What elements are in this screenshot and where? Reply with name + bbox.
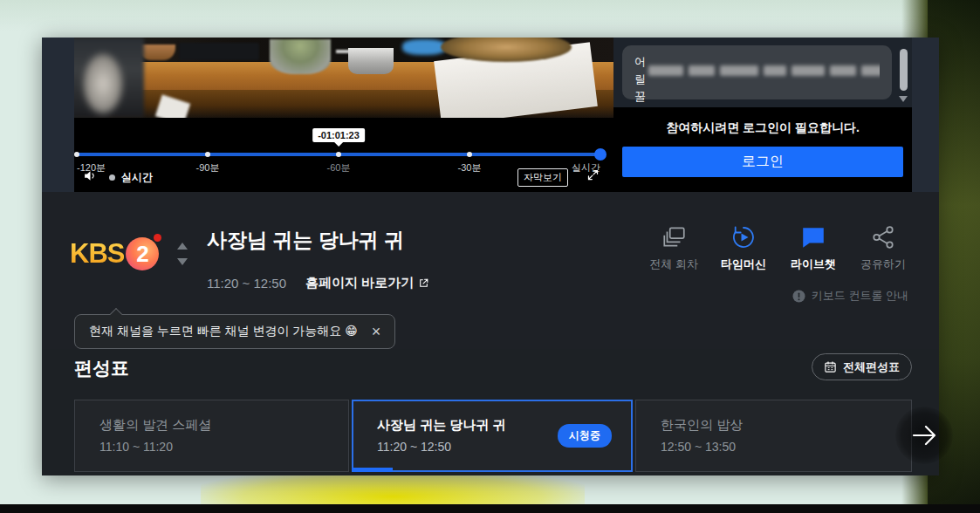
watch-progress-bar: [352, 468, 393, 472]
live-chat-panel: 어릴 꿀 참여하시: [613, 38, 912, 192]
chat-message-list[interactable]: 어릴 꿀: [613, 38, 912, 107]
schedule-item-next[interactable]: 한국인의 밥상 12:50 ~ 13:50: [635, 400, 912, 472]
chat-scrollbar[interactable]: [900, 49, 908, 91]
action-label: 전체 회차: [649, 256, 698, 272]
chat-message-start: 어릴: [634, 53, 646, 88]
player-timeline: -120분 -90분 -60분 -30분 실시간 -01:01:23: [74, 118, 613, 192]
seek-knob[interactable]: [594, 148, 607, 161]
action-label: 공유하기: [860, 256, 906, 272]
schedule-item-time: 12:50 ~ 13:50: [661, 440, 911, 454]
action-label: 라이브챗: [791, 256, 836, 272]
program-air-time: 11:20 ~ 12:50: [207, 276, 286, 291]
video-herb-bowl: [270, 39, 331, 74]
blurred-text: [764, 65, 786, 76]
video-dark-box: [179, 43, 259, 60]
video-metal-pot: [348, 48, 394, 74]
share-icon: [870, 225, 896, 250]
channel-logo[interactable]: KBS 2: [70, 237, 159, 270]
seek-tick-dot: [205, 152, 210, 157]
blurred-text: [720, 65, 758, 76]
schedule-item-current[interactable]: 사장님 귀는 당나귀 귀 11:20 ~ 12:50 시청중: [352, 400, 633, 472]
blurred-text: [861, 65, 880, 76]
player-controls: 실시간 자막보기: [74, 167, 613, 188]
full-schedule-button[interactable]: 전체편성표: [812, 353, 912, 380]
blurred-text: [792, 65, 825, 76]
external-link-icon: [418, 277, 429, 289]
live-status-label: 실시간: [121, 170, 153, 185]
blurred-text: [689, 65, 715, 76]
login-button[interactable]: 로그인: [622, 147, 903, 177]
schedule-item-previous[interactable]: 생활의 발견 스페셜 11:10 ~ 11:20: [74, 400, 349, 472]
live-dot-icon: [109, 174, 115, 181]
page-background: -120분 -90분 -60분 -30분 실시간 -01:01:23: [0, 0, 980, 513]
channel-switcher: [177, 243, 188, 265]
schedule-item-title: 한국인의 밥상: [661, 417, 911, 434]
channel-up-icon[interactable]: [177, 243, 188, 250]
info-icon: [792, 290, 805, 303]
program-meta: 11:20 ~ 12:50 홈페이지 바로가기: [207, 275, 429, 291]
live-status: 실시간: [109, 170, 153, 185]
chat-message-end: 꿀: [634, 88, 880, 106]
homepage-link[interactable]: 홈페이지 바로가기: [305, 275, 429, 291]
schedule-section: 편성표 전체편성표 생활의 발견 스페셜 11:10 ~ 11:20 사장님 귀…: [42, 349, 939, 475]
seek-tick-dot: [74, 152, 79, 157]
schedule-item-time: 11:10 ~ 11:20: [99, 440, 348, 454]
chat-scroll-down-icon[interactable]: [899, 96, 908, 102]
player-chat-section: -120분 -90분 -60분 -30분 실시간 -01:01:23: [42, 38, 939, 192]
logo-red-dot: [154, 234, 161, 242]
livechat-button[interactable]: 라이브챗: [784, 225, 843, 272]
program-info-section: KBS 2 사장님 귀는 당나귀 귀 11:20 ~ 12:50 홈페이지 바로…: [42, 192, 939, 349]
channel-change-tooltip: 현재 채널을 누르면 빠른 채널 변경이 가능해요 😁 ×: [74, 314, 395, 349]
action-label: 타임머신: [721, 256, 766, 272]
fullscreen-icon[interactable]: [586, 168, 600, 185]
subtitle-button[interactable]: 자막보기: [517, 168, 568, 187]
timemachine-icon: [730, 225, 757, 250]
share-button[interactable]: 공유하기: [853, 225, 913, 272]
video-copper-bowl: [139, 44, 175, 60]
channel-down-icon[interactable]: [177, 258, 188, 265]
seek-bar[interactable]: -120분 -90분 -60분 -30분 실시간 -01:01:23: [77, 149, 600, 160]
channel-logo-number: 2: [126, 237, 159, 270]
volume-icon[interactable]: [83, 168, 98, 187]
seek-preview-tooltip: -01:01:23: [312, 128, 365, 142]
chat-message: 어릴 꿀: [622, 45, 892, 99]
timemachine-button[interactable]: 타임머신: [714, 225, 773, 272]
arrow-right-icon: [909, 421, 939, 450]
seek-tick-dot: [467, 152, 472, 157]
video-person-blur: [74, 38, 144, 118]
episodes-icon: [661, 225, 687, 250]
blurred-text: [648, 65, 683, 76]
program-title: 사장님 귀는 당나귀 귀: [207, 227, 404, 254]
tooltip-pointer: [110, 308, 122, 320]
keyboard-help-label: 키보드 컨트롤 안내: [812, 288, 908, 304]
blurred-text: [830, 65, 856, 76]
background-bottom-strip: [0, 504, 980, 513]
action-bar: 전체 회차 타임머신 라이브챗: [644, 225, 913, 272]
login-notice: 참여하시려면 로그인이 필요합니다.: [613, 120, 912, 136]
keyboard-help-link[interactable]: 키보드 컨트롤 안내: [792, 288, 908, 304]
video-frame: [74, 38, 613, 118]
tooltip-text: 현재 채널을 누르면 빠른 채널 변경이 가능해요 😁: [89, 324, 358, 339]
seek-tick-dot: [336, 152, 341, 157]
video-player[interactable]: -120분 -90분 -60분 -30분 실시간 -01:01:23: [74, 38, 613, 192]
schedule-heading: 편성표: [74, 356, 129, 380]
tooltip-close-button[interactable]: ×: [372, 324, 381, 339]
video-blue-tray: [402, 39, 446, 55]
episodes-button[interactable]: 전체 회차: [644, 225, 703, 272]
calendar-icon: [824, 360, 837, 373]
channel-logo-text: KBS: [70, 238, 124, 270]
live-player-panel: -120분 -90분 -60분 -30분 실시간 -01:01:23: [42, 38, 939, 475]
livechat-icon: [800, 225, 826, 250]
schedule-next-arrow-button[interactable]: [895, 407, 953, 464]
schedule-item-title: 생활의 발견 스페셜: [99, 417, 348, 434]
login-required-box: 참여하시려면 로그인이 필요합니다. 로그인: [613, 107, 912, 192]
watching-badge: 시청중: [558, 424, 612, 448]
